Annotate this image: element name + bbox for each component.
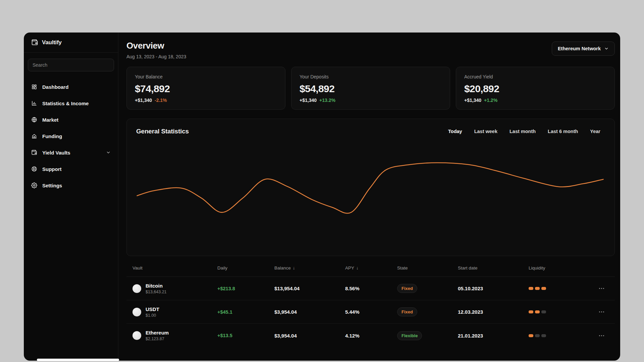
card-label: Accrued Yield	[464, 74, 606, 79]
start-date: 21.01.2023	[458, 333, 529, 339]
table-row[interactable]: Ethereum $2,123.87 +$13.5 $3,954.04 4.12…	[126, 324, 615, 347]
liquidity-indicator	[529, 287, 590, 290]
statistics-line-chart	[127, 119, 614, 256]
table-row[interactable]: USDT $1.00 +$45.1 $3,954.04 5.44% Fixed …	[126, 300, 615, 324]
vault-price: $2,123.87	[146, 337, 169, 341]
row-menu-button[interactable]	[596, 330, 607, 341]
vault-price: $13,643.21	[146, 290, 167, 294]
card-delta: +$1,340 +13.2%	[300, 98, 442, 103]
filter-last-6-month[interactable]: Last 6 month	[548, 129, 578, 134]
filter-last-month[interactable]: Last month	[509, 129, 536, 134]
liquidity-indicator	[529, 334, 590, 337]
sidebar-item-statistics-income[interactable]: Statistics & Income	[28, 97, 114, 110]
balance-value: $3,954.04	[274, 333, 345, 339]
main-content: Overview Aug 13, 2023 - Aug 18, 2023 Eth…	[118, 33, 620, 361]
delta-amount: +$1,340	[135, 98, 152, 103]
column-apy[interactable]: APY ↓	[345, 265, 397, 270]
bank-icon	[31, 133, 37, 139]
vault-cell: Ethereum $2,123.87	[132, 330, 217, 341]
wallet-icon	[31, 149, 37, 156]
chart-bars-icon	[31, 100, 37, 106]
logo: Vaultify	[24, 33, 118, 53]
row-menu-button[interactable]	[596, 307, 607, 317]
chart-title: General Statistics	[136, 128, 189, 135]
sidebar-item-funding[interactable]: Funding	[28, 129, 114, 143]
sidebar-item-market[interactable]: Market	[28, 113, 114, 126]
coin-avatar	[132, 308, 141, 316]
table-row[interactable]: Bitcoin $13,643.21 +$213.8 $13,954.04 8.…	[126, 277, 615, 300]
column-state: State	[397, 265, 458, 270]
filter-last-week[interactable]: Last week	[474, 129, 497, 134]
apy-value: 5.44%	[345, 309, 397, 315]
state-badge: Flexible	[397, 331, 422, 340]
gear-icon	[31, 182, 37, 188]
column-balance[interactable]: Balance ↓	[274, 265, 345, 270]
column-vault: Vault	[132, 265, 217, 270]
sidebar-item-label: Support	[42, 166, 62, 172]
dashboard-grid-icon	[31, 84, 37, 90]
coin-avatar	[132, 284, 141, 293]
network-selector-label: Ethereum Network	[558, 46, 601, 51]
delta-amount: +$1,340	[300, 98, 317, 103]
sidebar-item-settings[interactable]: Settings	[28, 179, 114, 192]
filter-today[interactable]: Today	[448, 129, 462, 134]
card-value: $54,892	[300, 83, 442, 95]
chevron-down-icon	[604, 46, 609, 51]
vault-name: Bitcoin	[146, 283, 167, 289]
state-badge: Fixed	[397, 307, 417, 316]
sidebar-menu: Dashboard Statistics & Income Market Fun…	[24, 80, 118, 195]
apy-value: 4.12%	[345, 333, 397, 339]
sidebar-item-label: Market	[42, 117, 58, 123]
sidebar: Vaultify Dashboard Statistics & Income	[24, 33, 118, 361]
card-delta: +$1,340 -2.1%	[135, 98, 277, 103]
statistics-line	[137, 163, 603, 214]
search-input[interactable]	[28, 59, 114, 71]
coin-avatar	[132, 331, 141, 340]
column-label: APY	[345, 265, 354, 270]
card-value: $20,892	[464, 83, 606, 95]
vault-cell: Bitcoin $13,643.21	[132, 283, 217, 294]
stat-cards: Your Balance $74,892 +$1,340 -2.1% Your …	[126, 67, 615, 110]
lifebuoy-icon	[31, 166, 37, 172]
network-selector[interactable]: Ethereum Network	[552, 42, 615, 56]
globe-icon	[31, 117, 37, 123]
filter-year[interactable]: Year	[590, 129, 600, 134]
date-range: Aug 13, 2023 - Aug 18, 2023	[126, 54, 186, 59]
app-title: Vaultify	[42, 39, 62, 46]
sort-desc-icon: ↓	[293, 265, 295, 270]
sidebar-item-label: Yield Vaults	[42, 150, 70, 156]
wallet-logo-icon	[31, 39, 38, 46]
sidebar-item-dashboard[interactable]: Dashboard	[28, 80, 114, 94]
card-delta: +$1,340 +1.2%	[464, 98, 606, 103]
sidebar-item-label: Funding	[42, 133, 62, 139]
state-badge: Fixed	[397, 284, 417, 293]
vaults-table: Vault Daily Balance ↓ APY ↓ State Start …	[126, 259, 615, 347]
card-value: $74,892	[135, 83, 277, 95]
apy-value: 8.56%	[345, 286, 397, 291]
column-daily: Daily	[217, 265, 274, 270]
page-title: Overview	[126, 41, 186, 51]
balance-value: $3,954.04	[274, 309, 345, 315]
sort-desc-icon: ↓	[356, 265, 359, 270]
column-start-date: Start date	[458, 265, 529, 270]
daily-change: +$213.8	[217, 286, 274, 291]
page-header: Overview Aug 13, 2023 - Aug 18, 2023 Eth…	[126, 41, 615, 59]
column-label: Balance	[274, 265, 291, 270]
card-label: Your Deposits	[300, 74, 442, 79]
chevron-down-icon	[106, 150, 111, 155]
time-filters: Today Last week Last month Last 6 month …	[448, 129, 600, 134]
start-date: 05.10.2023	[458, 286, 529, 291]
general-statistics-panel: General Statistics Today Last week Last …	[126, 119, 615, 256]
liquidity-indicator	[529, 310, 590, 313]
delta-pct: -2.1%	[155, 98, 167, 103]
start-date: 12.03.2023	[458, 309, 529, 315]
table-header: Vault Daily Balance ↓ APY ↓ State Start …	[126, 259, 615, 277]
sidebar-item-yield-vaults[interactable]: Yield Vaults	[28, 146, 114, 159]
stat-card-your-deposits: Your Deposits $54,892 +$1,340 +13.2%	[291, 67, 450, 110]
horizontal-scrollbar-thumb[interactable]	[37, 359, 119, 361]
sidebar-item-support[interactable]: Support	[28, 162, 114, 176]
balance-value: $13,954.04	[274, 286, 345, 291]
vault-price: $1.00	[146, 313, 159, 318]
stat-card-accrued-yield: Accrued Yield $20,892 +$1,340 +1.2%	[456, 67, 615, 110]
row-menu-button[interactable]	[596, 284, 607, 294]
